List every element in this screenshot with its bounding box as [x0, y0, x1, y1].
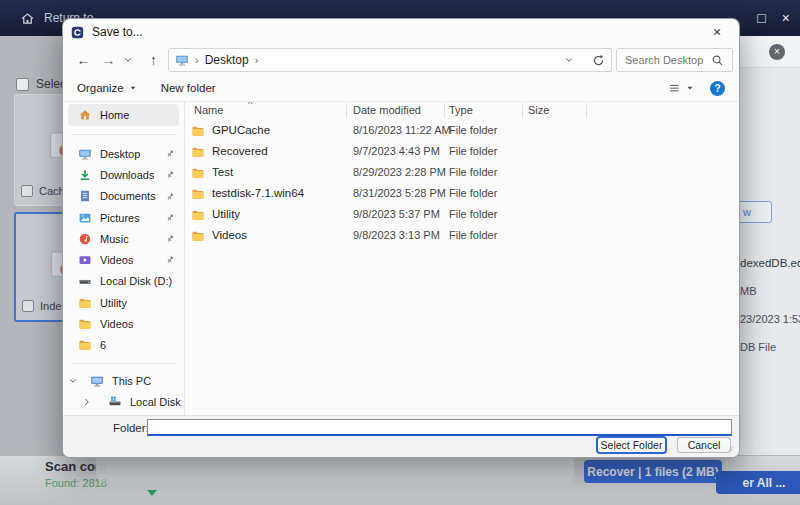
folder-icon: [191, 166, 205, 180]
column-header-name[interactable]: Name: [194, 104, 223, 116]
sidebar-item-label: Local Disk (D:): [100, 275, 172, 287]
breadcrumb-desktop[interactable]: Desktop: [205, 53, 249, 67]
new-folder-label: New folder: [161, 82, 216, 94]
chevron-right-icon: ›: [189, 54, 205, 66]
tile-checkbox[interactable]: [22, 300, 34, 312]
chevron-down-icon[interactable]: [68, 376, 78, 386]
breadcrumb[interactable]: › Desktop ›: [168, 48, 612, 72]
forward-button[interactable]: →: [98, 52, 119, 68]
dialog-title: Save to...: [92, 25, 143, 39]
column-header-type[interactable]: Type: [449, 104, 473, 116]
help-button[interactable]: ?: [710, 81, 725, 96]
table-row-test[interactable]: Test 8/29/2023 2:28 PM File folder: [186, 162, 739, 183]
file-detail-name: dexedDB.edb: [740, 257, 800, 269]
sidebar-item-6[interactable]: 6: [63, 335, 184, 356]
nav-pane: HomeDesktopDownloadsDocumentsPicturesMus…: [63, 102, 185, 415]
view-toggle-button[interactable]: [668, 83, 694, 94]
music-icon: [78, 232, 92, 246]
view-list-icon: [668, 83, 681, 94]
home-icon[interactable]: [20, 11, 35, 26]
maximize-button[interactable]: □: [757, 10, 765, 26]
pin-icon: [165, 212, 175, 224]
column-header-date[interactable]: Date modified: [353, 104, 421, 116]
pin-icon: [165, 254, 175, 266]
sidebar-item-label: Music: [100, 233, 129, 245]
file-date: 8/16/2023 11:22 AM: [353, 124, 451, 136]
sidebar-item-documents[interactable]: Documents: [63, 186, 184, 207]
refresh-icon[interactable]: [592, 54, 605, 67]
file-date: 9/7/2023 4:43 PM: [353, 145, 440, 157]
tile-checkbox[interactable]: [21, 185, 33, 197]
sidebar-item-music[interactable]: Music: [63, 228, 184, 249]
folder-icon: [191, 124, 205, 138]
sidebar-item-videos[interactable]: Videos: [63, 249, 184, 270]
pin-icon: [165, 169, 175, 181]
file-type: File folder: [449, 166, 497, 178]
table-row-videos[interactable]: Videos 9/8/2023 3:13 PM File folder: [186, 225, 739, 246]
home-icon: [78, 108, 92, 122]
app-logo-icon: [71, 26, 84, 39]
dialog-footer: Folder: Select Folder Cancel: [63, 415, 739, 457]
folder-icon: [78, 317, 92, 331]
organize-button[interactable]: Organize: [77, 82, 137, 94]
cancel-button[interactable]: Cancel: [677, 437, 731, 453]
file-name: testdisk-7.1.win64: [212, 187, 304, 199]
sidebar-item-utility[interactable]: Utility: [63, 292, 184, 313]
close-button[interactable]: ×: [782, 10, 790, 26]
pin-icon: [165, 233, 175, 245]
folder-input[interactable]: [147, 419, 732, 436]
sidebar-item-this-pc[interactable]: This PC: [63, 370, 184, 391]
sidebar-item-local-disk-c[interactable]: Local Disk (C:): [63, 391, 184, 412]
file-detail-date: 23/2023 1:53..: [740, 313, 800, 325]
new-folder-button[interactable]: New folder: [161, 82, 216, 94]
dialog-toolbar: Organize New folder ?: [63, 75, 739, 101]
dialog-close-icon[interactable]: ×: [703, 24, 731, 40]
file-name: Recovered: [212, 145, 268, 157]
sidebar-item-desktop[interactable]: Desktop: [63, 143, 184, 164]
sidebar-item-label: Videos: [100, 254, 133, 266]
banner-close-icon[interactable]: ×: [769, 44, 785, 60]
sidebar-item-home[interactable]: Home: [68, 104, 179, 126]
sidebar-item-videos[interactable]: Videos: [63, 313, 184, 334]
chevron-right-icon[interactable]: [82, 397, 92, 407]
select-folder-button[interactable]: Select Folder: [597, 437, 666, 453]
sidebar-item-downloads[interactable]: Downloads: [63, 164, 184, 185]
file-name: Test: [212, 166, 233, 178]
caret-down-icon: [147, 490, 157, 496]
up-button[interactable]: ↑: [143, 52, 164, 68]
documents-icon: [78, 189, 92, 203]
column-header-size[interactable]: Size: [528, 104, 549, 116]
recover-all-button[interactable]: er All ...: [716, 471, 800, 494]
chevron-right-icon: ›: [249, 54, 265, 66]
resize-grip[interactable]: [727, 445, 737, 455]
search-input[interactable]: Search Desktop: [616, 48, 733, 72]
select-all-checkbox[interactable]: [16, 78, 29, 91]
sidebar-item-label: Utility: [100, 297, 127, 309]
table-row-gpucache[interactable]: GPUCache 8/16/2023 11:22 AM File folder: [186, 120, 739, 141]
file-type: File folder: [449, 208, 497, 220]
desktop-icon: [175, 53, 189, 67]
table-row-utility[interactable]: Utility 9/8/2023 5:37 PM File folder: [186, 204, 739, 225]
chevron-down-icon: [686, 84, 694, 92]
back-button[interactable]: ←: [73, 52, 94, 68]
file-date: 9/8/2023 3:13 PM: [353, 229, 440, 241]
recover-button[interactable]: Recover | 1 files (2 MB): [584, 460, 722, 483]
table-row-testdisk-7-1-win64[interactable]: testdisk-7.1.win64 8/31/2023 5:28 PM Fil…: [186, 183, 739, 204]
file-name: GPUCache: [212, 124, 270, 136]
nav-separator: [72, 363, 175, 364]
nav-separator: [72, 134, 175, 135]
drive-icon: [78, 274, 92, 288]
save-to-dialog: Save to... × ← → ↑ › Desktop › Search De…: [62, 18, 740, 458]
pin-icon: [165, 191, 175, 203]
folder-icon: [78, 296, 92, 310]
table-row-recovered[interactable]: Recovered 9/7/2023 4:43 PM File folder: [186, 141, 739, 162]
screen: Return to... □ × × Select A CacheS Index…: [0, 0, 800, 505]
organize-label: Organize: [77, 82, 124, 94]
file-list: Name ^ Date modified Type Size GPUCache …: [185, 102, 739, 415]
address-dropdown-icon[interactable]: [564, 55, 574, 65]
sidebar-item-label: Home: [100, 109, 129, 121]
recent-locations-icon[interactable]: [123, 55, 139, 65]
sidebar-item-pictures[interactable]: Pictures: [63, 207, 184, 228]
sidebar-item-local-disk-d[interactable]: Local Disk (D:): [63, 271, 184, 292]
list-header: Name ^ Date modified Type Size: [186, 102, 739, 120]
